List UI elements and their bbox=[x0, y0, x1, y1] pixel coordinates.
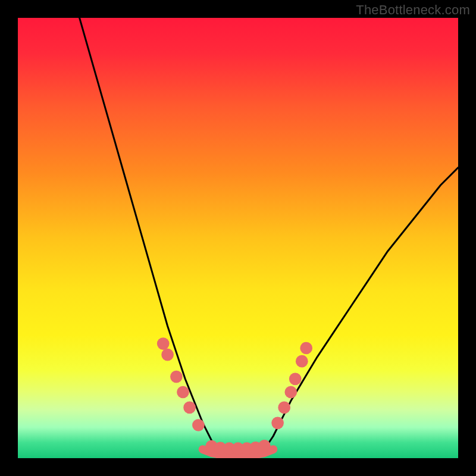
valley-marker bbox=[296, 355, 308, 368]
valley-marker bbox=[183, 402, 196, 414]
chart-stage: TheBottleneck.com bbox=[0, 0, 476, 476]
valley-marker bbox=[161, 349, 174, 361]
valley-marker bbox=[177, 386, 189, 399]
valley-marker bbox=[258, 440, 271, 452]
series-left-curve bbox=[80, 18, 216, 449]
chart-curves-layer bbox=[18, 18, 458, 458]
valley-marker bbox=[192, 419, 205, 431]
valley-marker bbox=[278, 402, 290, 414]
valley-marker bbox=[284, 386, 297, 399]
valley-marker bbox=[271, 416, 284, 429]
series-right-curve bbox=[264, 168, 458, 450]
valley-marker bbox=[157, 337, 170, 350]
watermark-label: TheBottleneck.com bbox=[356, 2, 470, 18]
valley-marker bbox=[170, 371, 183, 383]
valley-marker bbox=[289, 372, 302, 385]
chart-plot-area bbox=[18, 18, 458, 458]
valley-marker bbox=[300, 342, 312, 355]
